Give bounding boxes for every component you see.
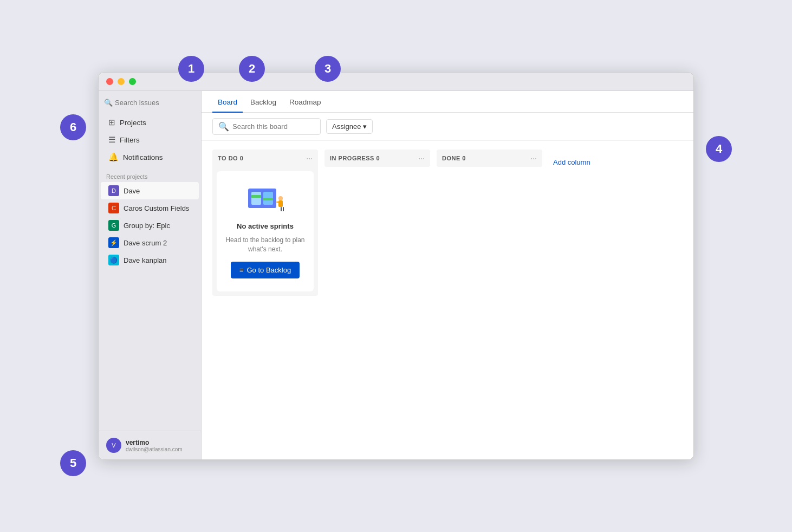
user-info: vertimo dwilson@atlassian.com xyxy=(126,439,183,452)
project-dave[interactable]: D Dave xyxy=(101,182,199,199)
board-search-bar[interactable]: 🔍 xyxy=(212,118,321,135)
project-dave-kanplan[interactable]: 🔵 Dave kanplan xyxy=(101,251,199,269)
sidebar-item-projects[interactable]: ⊞ Projects xyxy=(101,114,199,131)
project-group[interactable]: G Group by: Epic xyxy=(101,217,199,234)
project-caros[interactable]: C Caros Custom Fields xyxy=(101,199,199,217)
go-to-backlog-label: Go to Backlog xyxy=(246,266,291,274)
column-inprogress-header: IN PROGRESS 0 ··· xyxy=(324,150,430,167)
filters-icon: ☰ xyxy=(108,135,115,145)
project-caros-label: Caros Custom Fields xyxy=(124,204,189,212)
tab-board[interactable]: Board xyxy=(212,92,243,113)
sidebar-item-notifications-label: Notifications xyxy=(123,153,163,161)
project-icon-dave-scrum: ⚡ xyxy=(108,237,119,248)
project-icon-group: G xyxy=(108,220,119,231)
no-active-sprints-title: No active sprints xyxy=(237,222,294,230)
sidebar-nav: ⊞ Projects ☰ Filters 🔔 Notifications xyxy=(99,113,201,167)
column-done-header: DONE 0 ··· xyxy=(437,150,542,167)
project-dave-scrum[interactable]: ⚡ Dave scrum 2 xyxy=(101,234,199,251)
sprint-illustration xyxy=(244,184,287,217)
annotation-3: 3 xyxy=(315,56,341,82)
board-toolbar: 🔍 Assignee ▾ xyxy=(202,113,693,141)
annotation-2: 2 xyxy=(239,56,265,82)
column-todo-header: TO DO 0 ··· xyxy=(212,150,318,167)
empty-sprint-card: No active sprints Head to the backlog to… xyxy=(217,171,314,291)
project-icon-dave-kanplan: 🔵 xyxy=(108,255,119,265)
column-inprogress-more-button[interactable]: ··· xyxy=(418,154,425,163)
column-inprogress-title: IN PROGRESS 0 xyxy=(330,155,380,161)
board-search-icon: 🔍 xyxy=(218,121,229,132)
search-issues-input[interactable] xyxy=(115,99,206,107)
no-active-sprints-desc: Head to the backlog to plan what's next. xyxy=(225,236,305,254)
user-name: vertimo xyxy=(126,439,183,446)
board-columns: TO DO 0 ··· xyxy=(202,141,693,459)
column-done-title: DONE 0 xyxy=(442,155,466,161)
tab-backlog[interactable]: Backlog xyxy=(245,92,282,113)
sidebar-item-filters-label: Filters xyxy=(120,136,140,144)
minimize-button[interactable] xyxy=(118,78,125,85)
maximize-button[interactable] xyxy=(129,78,136,85)
annotation-6: 6 xyxy=(60,114,86,140)
svg-rect-8 xyxy=(281,207,282,211)
column-inprogress: IN PROGRESS 0 ··· xyxy=(324,150,430,167)
projects-icon: ⊞ xyxy=(108,118,115,127)
assignee-label: Assignee xyxy=(332,122,361,131)
column-todo-title: TO DO 0 xyxy=(218,155,243,161)
app-body: 🔍 + ⊞ Projects ☰ Filters 🔔 Noti xyxy=(99,91,693,459)
app-window: 🔍 + ⊞ Projects ☰ Filters 🔔 Noti xyxy=(98,72,694,460)
column-todo: TO DO 0 ··· xyxy=(212,150,318,296)
sidebar-footer: V vertimo dwilson@atlassian.com xyxy=(99,431,201,459)
svg-rect-7 xyxy=(276,202,279,203)
column-todo-more-button[interactable]: ··· xyxy=(306,154,313,163)
board-search-input[interactable] xyxy=(232,122,315,131)
user-email: dwilson@atlassian.com xyxy=(126,446,183,452)
project-dave-label: Dave xyxy=(124,187,140,195)
column-done-more-button[interactable]: ··· xyxy=(530,154,537,163)
project-icon-dave: D xyxy=(108,185,119,196)
close-button[interactable] xyxy=(106,78,113,85)
svg-rect-4 xyxy=(263,198,273,200)
backlog-icon: ≡ xyxy=(239,266,244,274)
project-icon-caros: C xyxy=(108,203,119,213)
sidebar-item-notifications[interactable]: 🔔 Notifications xyxy=(101,148,199,166)
sidebar-item-filters[interactable]: ☰ Filters xyxy=(101,131,199,148)
tab-roadmap[interactable]: Roadmap xyxy=(284,92,327,113)
chevron-down-icon: ▾ xyxy=(363,122,367,131)
annotation-1: 1 xyxy=(178,56,204,82)
search-icon: 🔍 xyxy=(104,99,113,107)
svg-rect-6 xyxy=(278,200,283,207)
user-avatar[interactable]: V xyxy=(106,438,121,453)
sidebar-search-bar[interactable]: 🔍 + xyxy=(99,91,201,113)
sidebar: 🔍 + ⊞ Projects ☰ Filters 🔔 Noti xyxy=(99,91,202,459)
notifications-icon: 🔔 xyxy=(108,152,119,162)
recent-projects-label: Recent projects xyxy=(99,167,201,182)
column-done: DONE 0 ··· xyxy=(437,150,542,167)
add-column-button[interactable]: Add column xyxy=(549,154,595,171)
svg-point-5 xyxy=(278,196,283,200)
svg-rect-3 xyxy=(251,195,261,198)
main-content: Board Backlog Roadmap 🔍 xyxy=(202,91,693,459)
project-dave-scrum-label: Dave scrum 2 xyxy=(124,239,167,247)
tab-bar: Board Backlog Roadmap xyxy=(202,91,693,113)
project-group-label: Group by: Epic xyxy=(124,222,170,230)
svg-rect-1 xyxy=(251,192,261,205)
svg-rect-9 xyxy=(283,207,284,211)
annotation-4: 4 xyxy=(706,136,732,162)
annotation-5: 5 xyxy=(60,450,86,476)
project-dave-kanplan-label: Dave kanplan xyxy=(124,256,167,264)
sidebar-item-projects-label: Projects xyxy=(120,119,146,127)
go-to-backlog-button[interactable]: ≡ Go to Backlog xyxy=(231,262,300,278)
assignee-dropdown[interactable]: Assignee ▾ xyxy=(326,119,373,134)
